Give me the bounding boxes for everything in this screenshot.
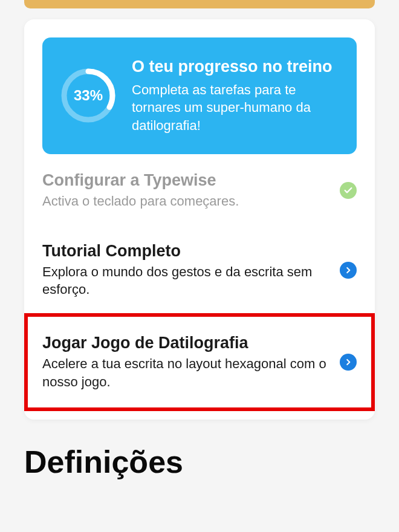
- task-description: Acelere a tua escrita no layout hexagona…: [42, 355, 330, 391]
- task-typing-game[interactable]: Jogar Jogo de Datilografia Acelere a tua…: [42, 317, 357, 407]
- task-content: Tutorial Completo Explora o mundo dos ge…: [42, 242, 330, 299]
- progress-percent-label: 33%: [74, 87, 103, 104]
- task-title: Tutorial Completo: [42, 242, 330, 261]
- chevron-right-icon: [340, 262, 357, 279]
- task-title: Configurar a Typewise: [42, 171, 330, 190]
- section-heading-settings: Definições: [24, 444, 375, 480]
- progress-description: Completa as tarefas para te tornares um …: [132, 81, 340, 135]
- highlight-annotation: Jogar Jogo de Datilografia Acelere a tua…: [24, 313, 375, 411]
- training-card: 33% O teu progresso no treino Completa a…: [24, 19, 375, 420]
- check-icon: [340, 182, 357, 199]
- progress-text-block: O teu progresso no treino Completa as ta…: [132, 57, 340, 135]
- progress-title: O teu progresso no treino: [132, 57, 340, 77]
- task-title: Jogar Jogo de Datilografia: [42, 334, 330, 352]
- top-banner-remnant: [24, 0, 375, 8]
- task-content: Jogar Jogo de Datilografia Acelere a tua…: [42, 334, 330, 391]
- progress-ring: 33%: [59, 66, 117, 125]
- task-tutorial[interactable]: Tutorial Completo Explora o mundo dos ge…: [42, 225, 357, 313]
- progress-box: 33% O teu progresso no treino Completa a…: [42, 37, 357, 154]
- task-description: Explora o mundo dos gestos e da escrita …: [42, 263, 330, 299]
- task-description: Activa o teclado para começares.: [42, 192, 330, 210]
- chevron-right-icon: [340, 354, 357, 371]
- task-configure[interactable]: Configurar a Typewise Activa o teclado p…: [42, 154, 357, 225]
- task-content: Configurar a Typewise Activa o teclado p…: [42, 171, 330, 210]
